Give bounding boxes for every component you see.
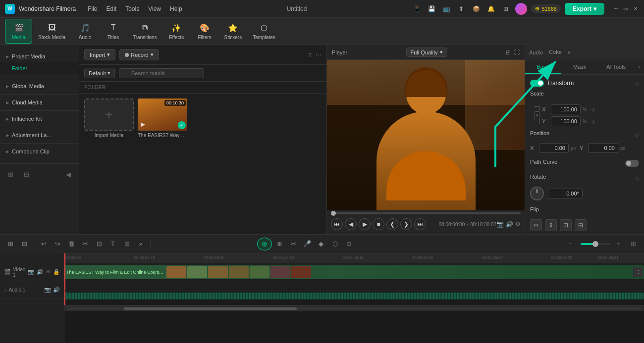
- audio-toggle-icon[interactable]: 🔊: [506, 221, 513, 228]
- tab-mask[interactable]: Mask: [561, 60, 597, 74]
- scale-y-keyframe[interactable]: ◇: [591, 119, 595, 124]
- sidebar-item-cloud-media[interactable]: ▶ Cloud Media: [0, 97, 79, 108]
- settings-icon[interactable]: 💾: [426, 3, 437, 14]
- audio-tab[interactable]: Audio: [529, 46, 543, 59]
- timeline-group-icon[interactable]: ⊞: [4, 238, 17, 250]
- profile-avatar[interactable]: [515, 3, 527, 15]
- tool-filters[interactable]: 🎨 Filters: [191, 19, 218, 43]
- zoom-out-icon[interactable]: −: [564, 238, 577, 250]
- zoom-in-icon[interactable]: +: [612, 238, 625, 250]
- rotate-keyframe[interactable]: ◇: [635, 176, 639, 181]
- share-icon[interactable]: ⬆: [456, 3, 467, 14]
- flip-vertical-button[interactable]: ⇕: [545, 219, 557, 231]
- skip-button[interactable]: ⏭: [414, 218, 426, 230]
- sidebar-item-compound-clip[interactable]: ▶ Compound Clip: [0, 146, 79, 157]
- keyframe-btn[interactable]: ◆: [315, 238, 327, 250]
- timeline-scrollbar[interactable]: [64, 305, 644, 311]
- position-keyframe[interactable]: ◇: [635, 132, 639, 138]
- import-button[interactable]: Import ▾: [84, 49, 115, 60]
- lock-icon[interactable]: [535, 111, 539, 119]
- tool-transitions[interactable]: ⧉ Transitions: [128, 19, 162, 43]
- audio-mute-icon[interactable]: 🔊: [53, 287, 60, 293]
- fullscreen-icon[interactable]: ⛶: [514, 49, 520, 56]
- layout-view-icon[interactable]: ⊞: [627, 238, 640, 250]
- track-audio-icon[interactable]: 🔊: [37, 269, 44, 275]
- player-progress-bar[interactable]: [331, 212, 521, 214]
- play-button[interactable]: ▶: [359, 218, 371, 230]
- menu-tools[interactable]: Tools: [125, 5, 139, 12]
- audio-camera-icon[interactable]: 📷: [44, 287, 51, 293]
- grid-icon[interactable]: ⊞: [500, 3, 511, 14]
- tool-templates[interactable]: ⬡ Templates: [248, 19, 280, 43]
- rotate-dial[interactable]: [530, 187, 544, 200]
- clip-options-icon[interactable]: ⋮: [633, 267, 643, 277]
- sidebar-item-influence-kit[interactable]: ▶ Influence Kit: [0, 113, 79, 125]
- player-settings-icon[interactable]: ⚙: [515, 221, 521, 228]
- redo-button[interactable]: ↪: [51, 238, 64, 250]
- track-lock-icon[interactable]: 🔒: [53, 269, 60, 275]
- bell-icon[interactable]: 🔔: [485, 3, 496, 14]
- default-view-button[interactable]: Default ▾: [84, 68, 115, 78]
- clip-btn[interactable]: ⊙: [342, 238, 355, 250]
- transform-toggle[interactable]: [530, 80, 544, 87]
- tab-basic[interactable]: Basic: [525, 60, 561, 74]
- import-media-item[interactable]: + Import Media: [84, 98, 134, 138]
- text-button[interactable]: T: [107, 238, 119, 250]
- search-input[interactable]: [119, 68, 204, 78]
- audio-track-clips[interactable]: [64, 291, 644, 305]
- tool-stock[interactable]: 🖼 Stock Media: [33, 19, 70, 43]
- track-camera-icon[interactable]: 📷: [28, 269, 35, 275]
- split-btn[interactable]: ✂: [287, 238, 300, 250]
- menu-help[interactable]: Help: [170, 5, 182, 12]
- cloud-icon[interactable]: 📺: [441, 3, 452, 14]
- scrollbar-track[interactable]: [66, 307, 642, 310]
- menu-file[interactable]: File: [88, 5, 97, 12]
- tool-media[interactable]: 🎬 Media: [5, 19, 32, 44]
- tool-effects[interactable]: ✨ Effects: [163, 19, 190, 43]
- timeline-ungroup-icon[interactable]: ⊟: [18, 238, 31, 250]
- notification-icon[interactable]: 📱: [411, 3, 422, 14]
- flip-btn-3[interactable]: ⊡: [560, 219, 572, 231]
- transform-keyframe-icon[interactable]: ◇: [635, 81, 639, 86]
- snap-toggle[interactable]: ⊛: [257, 238, 272, 250]
- frame-back-button[interactable]: ◀: [345, 218, 357, 230]
- tool-stickers[interactable]: ⭐ Stickers: [219, 19, 247, 43]
- tab-more-icon[interactable]: ›: [634, 60, 644, 74]
- tool-titles[interactable]: T Titles: [100, 19, 127, 43]
- scale-y-input[interactable]: [551, 116, 581, 126]
- filter-icon[interactable]: ≡: [308, 51, 312, 58]
- speed-bar[interactable]: [581, 243, 610, 245]
- color-btn[interactable]: ⬡: [328, 238, 341, 250]
- menu-view[interactable]: View: [148, 5, 161, 12]
- scale-x-keyframe[interactable]: ◇: [591, 107, 595, 112]
- audio-btn[interactable]: 🎤: [301, 238, 314, 250]
- crop-button[interactable]: ⊡: [93, 238, 106, 250]
- pos-x-input[interactable]: [539, 143, 569, 153]
- scale-x-input[interactable]: [551, 104, 581, 114]
- cut-button[interactable]: ✂: [79, 238, 92, 250]
- scrollbar-thumb[interactable]: [124, 307, 297, 310]
- stop-button[interactable]: ■: [373, 218, 384, 230]
- camera-snapshot-icon[interactable]: 📷: [496, 221, 504, 228]
- video-media-item[interactable]: ▶ 00:10:30 ✓ The EASIEST Way to Fil...: [138, 98, 187, 138]
- minimize-button[interactable]: ─: [612, 5, 619, 12]
- more-timeline-icon[interactable]: »: [134, 238, 147, 250]
- color-tab[interactable]: Color: [549, 45, 562, 60]
- flip-horizontal-button[interactable]: ⇔: [530, 219, 542, 231]
- flip-btn-4[interactable]: ⊟: [575, 219, 587, 231]
- delete-button[interactable]: 🗑: [65, 238, 78, 250]
- speed-btn[interactable]: ⊕: [273, 238, 286, 250]
- media-list-icon[interactable]: ⊟: [20, 168, 33, 181]
- collapse-panel-icon[interactable]: ◀: [62, 168, 75, 181]
- resize-button[interactable]: ⊞: [120, 238, 133, 250]
- sidebar-item-global-media[interactable]: ▶ Global Media: [0, 80, 79, 92]
- tool-audio[interactable]: 🎵 Audio: [71, 19, 99, 43]
- mark-in-button[interactable]: ❮: [386, 218, 398, 230]
- pos-y-input[interactable]: [589, 143, 618, 153]
- layout-grid-icon[interactable]: ⊞: [506, 49, 511, 56]
- record-button[interactable]: Record ▾: [119, 49, 159, 60]
- add-media-icon[interactable]: ⊞: [4, 168, 17, 181]
- sidebar-item-folder[interactable]: Folder: [0, 62, 79, 74]
- track-eye-icon[interactable]: 👁: [46, 269, 51, 275]
- more-tabs-icon[interactable]: ›: [568, 49, 570, 56]
